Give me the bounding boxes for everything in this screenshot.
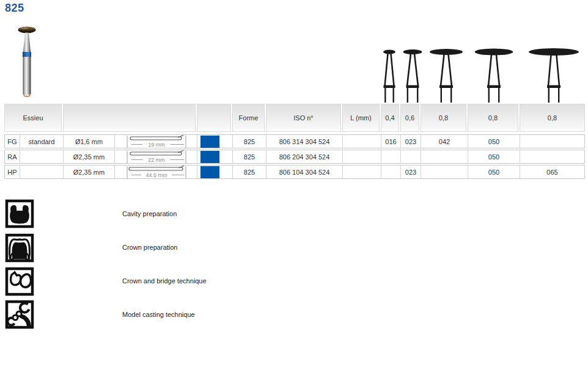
cell-size: 050 <box>468 135 520 148</box>
cell-variant <box>20 165 64 178</box>
bur-profile-pictogram-5 <box>523 46 584 103</box>
cell-size <box>520 150 584 163</box>
cell-forme: 825 <box>233 150 266 163</box>
cell-iso: 806 104 304 524 <box>266 165 343 178</box>
cell-size <box>381 150 401 163</box>
bur-profile-pictogram-4 <box>463 46 524 103</box>
cell-shank-drawing: 44.5 mm <box>115 165 197 178</box>
header-color-code <box>197 104 231 132</box>
shank-length-drawing: 44.5 mm <box>116 165 197 178</box>
cell-shank-drawing: 19 mm <box>115 135 197 148</box>
shank-length-label: 19 mm <box>148 142 165 148</box>
cell-size <box>401 150 421 163</box>
cell-forme: 825 <box>233 135 266 148</box>
cell-size <box>421 150 468 163</box>
header-size-0-8c: 0,8 <box>520 104 585 132</box>
cell-diameter: Ø2,35 mm <box>64 150 115 163</box>
table-row-ra: RA Ø2,35 mm 22 mm 825 806 204 304 524 <box>4 150 585 164</box>
shank-length-drawing: 22 mm <box>116 150 197 163</box>
cell-shank-drawing: 22 mm <box>115 150 197 163</box>
cell-variant: standard <box>20 135 64 148</box>
model-casting-technique-icon <box>4 299 35 330</box>
shank-length-label: 44.5 mm <box>145 172 167 178</box>
table-row-hp: HP Ø2,35 mm 44.5 mm 825 806 104 304 524 <box>4 165 585 179</box>
shank-length-drawing: 19 mm <box>116 135 197 148</box>
header-forme: Forme <box>232 104 265 132</box>
cell-color-code <box>197 165 233 178</box>
table-header-row: Essieu Forme ISO n° L (mm) 0,4 0,6 0,8 0… <box>4 104 585 132</box>
page-title: 825 <box>5 2 24 15</box>
cell-size <box>381 165 401 178</box>
cell-size: 050 <box>468 150 520 163</box>
blue-color-code <box>200 166 219 178</box>
crown-preparation-icon <box>4 233 35 263</box>
cell-diameter: Ø1,6 mm <box>64 135 115 148</box>
cell-type: HP <box>5 165 20 178</box>
catalog-page: 825 Essie <box>0 0 588 389</box>
cell-size <box>520 135 584 148</box>
cell-iso: 806 314 304 524 <box>266 135 343 148</box>
cell-l-mm <box>343 135 381 148</box>
header-size-0-6: 0,6 <box>400 104 419 132</box>
cell-l-mm <box>343 165 381 178</box>
cell-diameter: Ø2,35 mm <box>64 165 115 178</box>
cavity-preparation-icon <box>4 198 35 229</box>
application-label: Crown preparation <box>122 244 178 251</box>
product-table: Essieu Forme ISO n° L (mm) 0,4 0,6 0,8 0… <box>4 104 585 179</box>
header-iso: ISO n° <box>266 104 341 132</box>
cell-l-mm <box>343 150 381 163</box>
header-size-0-8b: 0,8 <box>468 104 518 132</box>
header-shank-group <box>63 104 196 132</box>
application-label: Cavity preparation <box>122 210 177 217</box>
cell-size: 016 <box>381 135 401 148</box>
header-size-0-4: 0,4 <box>381 104 399 132</box>
header-size-0-8a: 0,8 <box>421 104 466 132</box>
cell-color-code <box>197 135 233 148</box>
crown-and-bridge-technique-icon <box>4 266 35 297</box>
application-label: Crown and bridge technique <box>122 277 207 285</box>
cell-variant <box>20 150 64 163</box>
blue-color-code <box>200 151 219 163</box>
cell-forme: 825 <box>233 165 266 178</box>
table-row-fg: FG standard Ø1,6 mm 19 mm 825 806 314 30… <box>4 134 585 148</box>
cell-type: RA <box>5 150 20 163</box>
cell-type: FG <box>5 135 20 148</box>
header-essieu: Essieu <box>4 104 62 132</box>
cell-size: 065 <box>520 165 584 178</box>
cell-size: 042 <box>421 135 468 148</box>
cell-size: 023 <box>401 135 421 148</box>
cell-size: 050 <box>468 165 520 178</box>
application-label: Model casting technique <box>122 311 195 318</box>
cell-color-code <box>197 150 233 163</box>
blue-color-code <box>200 136 219 148</box>
shank-length-label: 22 mm <box>148 157 165 163</box>
cell-size <box>421 165 468 178</box>
bur-product-photo <box>14 24 41 103</box>
cell-size: 023 <box>401 165 421 178</box>
cell-iso: 806 204 304 524 <box>266 150 343 163</box>
header-l-mm: L (mm) <box>342 104 380 132</box>
